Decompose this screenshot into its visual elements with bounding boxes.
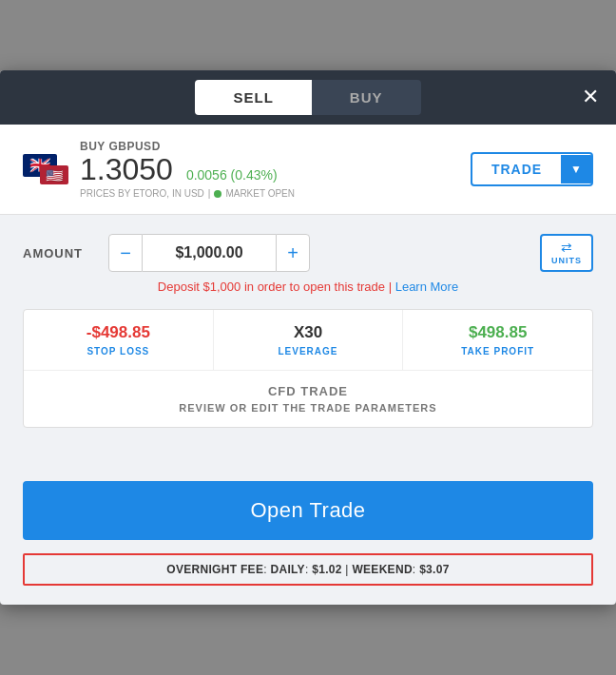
leverage-label: LEVERAGE xyxy=(221,346,395,357)
trade-params-top: -$498.85 STOP LOSS X30 LEVERAGE $498.85 … xyxy=(24,310,592,371)
stop-loss-value: -$498.85 xyxy=(31,323,205,342)
overnight-fee-weekend-label: WEEKEND xyxy=(352,563,412,576)
take-profit-value: $498.85 xyxy=(411,323,585,342)
units-toggle-button[interactable]: ⇄ UNITS xyxy=(540,234,593,272)
modal-body: AMOUNT − + ⇄ UNITS Deposit $1,000 in ord… xyxy=(0,215,616,605)
instrument-name: BUY GBPUSD xyxy=(80,140,295,153)
instrument-left: 🇬🇧 🇺🇸 BUY GBPUSD 1.3050 0.0056 (0.43%) P… xyxy=(23,140,295,199)
price-change: 0.0056 (0.43%) xyxy=(186,167,278,183)
stop-loss-label: STOP LOSS xyxy=(31,346,205,357)
amount-controls: − + xyxy=(108,234,523,272)
modal-header: SELL BUY ✕ xyxy=(0,70,616,125)
cfd-title: CFD TRADE xyxy=(31,384,585,398)
spacer xyxy=(23,443,593,481)
sell-tab[interactable]: SELL xyxy=(195,80,311,115)
overnight-fee-daily-value: $1.02 xyxy=(312,563,342,576)
stop-loss-cell[interactable]: -$498.85 STOP LOSS xyxy=(24,310,214,370)
open-trade-button[interactable]: Open Trade xyxy=(23,481,593,540)
instrument-info: BUY GBPUSD 1.3050 0.0056 (0.43%) PRICES … xyxy=(80,140,295,199)
leverage-cell[interactable]: X30 LEVERAGE xyxy=(214,310,404,370)
deposit-notice: Deposit $1,000 in order to open this tra… xyxy=(23,280,593,294)
market-open-indicator xyxy=(214,190,221,198)
price-meta: PRICES BY ETORO, IN USD | MARKET OPEN xyxy=(80,188,295,199)
learn-more-link[interactable]: Learn More xyxy=(395,280,458,294)
increase-amount-button[interactable]: + xyxy=(276,234,310,272)
trade-params-box: -$498.85 STOP LOSS X30 LEVERAGE $498.85 … xyxy=(23,309,593,428)
tab-group: SELL BUY xyxy=(195,80,420,115)
cfd-subtitle: REVIEW OR EDIT THE TRADE PARAMETERS xyxy=(31,402,585,414)
buy-tab[interactable]: BUY xyxy=(312,80,421,115)
amount-label: AMOUNT xyxy=(23,246,99,260)
units-arrows-icon: ⇄ xyxy=(561,241,572,254)
currency-flags: 🇬🇧 🇺🇸 xyxy=(23,154,68,184)
take-profit-label: TAKE PROFIT xyxy=(411,346,585,357)
usd-flag: 🇺🇸 xyxy=(40,165,68,184)
amount-input[interactable] xyxy=(143,234,276,272)
trade-dropdown[interactable]: TRADE ▼ xyxy=(471,152,593,186)
units-label: UNITS xyxy=(551,256,582,265)
take-profit-cell[interactable]: $498.85 TAKE PROFIT xyxy=(403,310,592,370)
trade-params-bottom: CFD TRADE REVIEW OR EDIT THE TRADE PARAM… xyxy=(24,371,592,427)
leverage-value: X30 xyxy=(221,323,395,342)
dropdown-arrow-icon: ▼ xyxy=(561,155,591,183)
trade-modal: SELL BUY ✕ 🇬🇧 🇺🇸 BUY GBPUSD 1.3050 0.005… xyxy=(0,70,616,605)
trade-dropdown-label: TRADE xyxy=(472,154,561,184)
overnight-fee-weekend-value: $3.07 xyxy=(419,563,450,576)
close-button[interactable]: ✕ xyxy=(582,87,599,107)
instrument-section: 🇬🇧 🇺🇸 BUY GBPUSD 1.3050 0.0056 (0.43%) P… xyxy=(0,125,616,215)
overnight-fee-label: OVERNIGHT FEE xyxy=(166,563,263,576)
decrease-amount-button[interactable]: − xyxy=(108,234,143,272)
overnight-fee-daily-label: DAILY xyxy=(271,563,305,576)
instrument-price: 1.3050 xyxy=(80,153,173,186)
amount-row: AMOUNT − + ⇄ UNITS xyxy=(23,234,593,272)
overnight-fee-box: OVERNIGHT FEE: DAILY: $1.02 | WEEKEND: $… xyxy=(23,553,593,586)
